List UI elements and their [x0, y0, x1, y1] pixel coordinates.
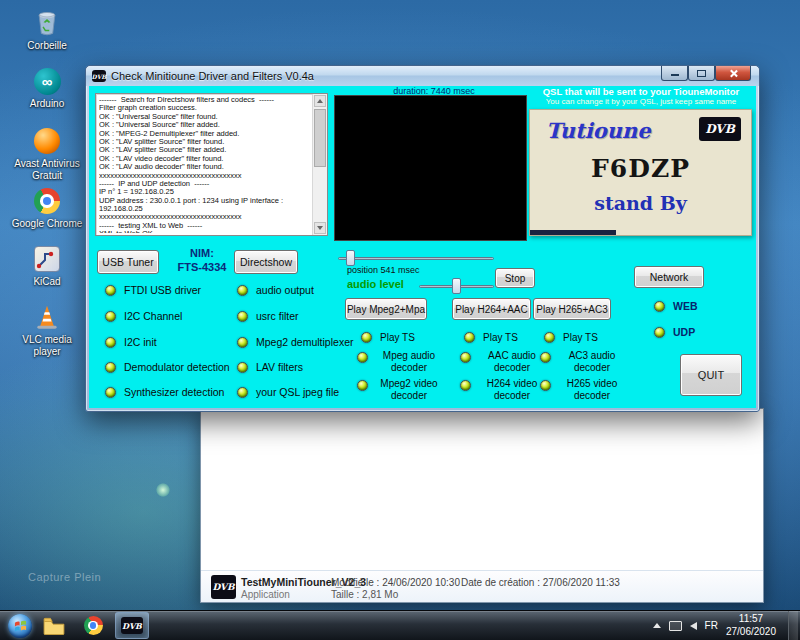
led-label: Mpeg2 demultiplexer	[256, 336, 353, 348]
dvb-file-icon: DVB	[211, 575, 236, 599]
video-render-area	[334, 95, 527, 241]
start-button[interactable]	[8, 614, 32, 638]
status-led	[540, 380, 551, 391]
led-label: Play TS	[380, 332, 415, 343]
led-label: your QSL jpeg file	[256, 386, 339, 398]
minimize-icon	[671, 74, 679, 76]
recycle-bin-icon	[32, 8, 62, 38]
status-led	[460, 352, 471, 363]
scroll-up-button[interactable]	[314, 95, 326, 107]
status-led	[237, 337, 248, 348]
status-led	[464, 332, 475, 343]
play-h265-button[interactable]: Play H265+AC3	[533, 298, 611, 320]
play-mpeg2-button[interactable]: Play Mpeg2+Mpa	[345, 298, 427, 320]
taskbar-chrome-button[interactable]	[76, 612, 110, 639]
led-label: I2C init	[124, 336, 157, 348]
led-label: Synthesizer detection	[124, 386, 224, 398]
desktop-icon-label: KiCad	[8, 276, 86, 288]
taskbar-minitioune-button[interactable]: DVB	[115, 612, 149, 639]
led-row-mpeg2-demultiplexer: Mpeg2 demultiplexer	[237, 336, 353, 348]
led-label: LAV filters	[256, 361, 303, 373]
volume-tray-icon[interactable]	[690, 622, 697, 630]
position-slider[interactable]	[338, 250, 494, 266]
log-box[interactable]: ------- Search for Directshow filters an…	[95, 93, 328, 236]
status-led	[105, 337, 116, 348]
taskbar-explorer-button[interactable]	[37, 612, 71, 639]
status-led	[460, 380, 471, 391]
status-led	[105, 311, 116, 322]
title-bar[interactable]: DVB Check Minitioune Driver and Filters …	[86, 66, 759, 86]
stop-button[interactable]: Stop	[495, 268, 535, 288]
network-button[interactable]: Network	[634, 266, 704, 288]
chrome-icon	[84, 616, 103, 635]
position-slider-groove[interactable]	[338, 257, 494, 260]
led-row-audio-output: audio output	[237, 284, 314, 296]
desktop-icon-avast[interactable]: Avast Antivirus Gratuit	[8, 126, 86, 181]
position-slider-thumb[interactable]	[346, 250, 355, 266]
led-row-udp: UDP	[654, 326, 695, 338]
status-led	[237, 387, 248, 398]
audio-level-slider[interactable]	[419, 278, 494, 294]
led-row-qsl-jpeg-file: your QSL jpeg file	[237, 386, 339, 398]
desktop-icon-arduino[interactable]: ∞ Arduino	[8, 66, 86, 110]
decoder-label: AAC audio decoder	[477, 350, 547, 373]
led-label: audio output	[256, 284, 314, 296]
file-type: Application	[241, 589, 290, 600]
app-client-area: ------- Search for Directshow filters an…	[89, 86, 756, 408]
nim-line1: NIM:	[161, 247, 243, 261]
kicad-icon	[32, 244, 62, 274]
led-label: Play TS	[483, 332, 518, 343]
tutioune-brand: Tutioune	[546, 118, 651, 143]
status-led	[105, 362, 116, 373]
status-led	[544, 332, 555, 343]
maximize-button[interactable]	[688, 66, 715, 81]
led-row-i2c-init: I2C init	[105, 336, 157, 348]
show-desktop-button[interactable]	[788, 611, 798, 640]
desktop-icon-recycle-bin[interactable]: Corbeille	[8, 8, 86, 52]
taskbar-clock[interactable]: 11:57 27/06/2020	[726, 613, 776, 638]
close-button[interactable]	[715, 66, 751, 81]
language-indicator[interactable]: FR	[705, 620, 718, 631]
dvb-app-icon: DVB	[121, 617, 143, 634]
led-row-web: WEB	[654, 300, 698, 312]
qsl-header: QSL that will be sent to your TiouneMoni…	[527, 86, 755, 97]
led-label: WEB	[673, 300, 698, 312]
minimize-button[interactable]	[661, 66, 688, 81]
qsl-subheader: You can change it by your QSL, just keep…	[527, 97, 755, 106]
led-row-lav-filters: LAV filters	[237, 361, 303, 373]
audio-slider-thumb[interactable]	[452, 278, 461, 294]
desktop-icon-kicad[interactable]: KiCad	[8, 244, 86, 288]
quit-button[interactable]: QUIT	[680, 354, 742, 396]
hidden-icons-button[interactable]	[653, 623, 661, 628]
decoder-mpeg2-video: Mpeg2 video decoder	[357, 378, 444, 401]
led-row-play-ts-h264: Play TS	[464, 332, 518, 343]
arrow-up-icon	[317, 99, 323, 103]
status-led	[105, 387, 116, 398]
decoder-ac3-audio: AC3 audio decoder	[540, 350, 627, 373]
directshow-button[interactable]: Directshow	[234, 250, 298, 274]
led-label: usrc filter	[256, 310, 299, 322]
decoder-h265-video: H265 video decoder	[540, 378, 627, 401]
app-icon: DVB	[92, 70, 106, 82]
decoder-label: H265 video decoder	[557, 378, 627, 401]
play-h264-button[interactable]: Play H264+AAC	[452, 298, 531, 320]
desktop-icon-vlc[interactable]: VLC media player	[8, 302, 86, 357]
status-led	[654, 327, 665, 338]
vlc-icon	[32, 302, 62, 332]
clock-time: 11:57	[726, 613, 776, 626]
explorer-details-pane: DVB TestMyMiniTiouner_V2_3 Modifié le : …	[201, 570, 763, 602]
arrow-down-icon	[317, 226, 323, 230]
led-label: I2C Channel	[124, 310, 182, 322]
led-label: Demodulator detection	[124, 361, 230, 373]
status-led	[357, 380, 368, 391]
network-tray-icon[interactable]	[669, 621, 682, 631]
clock-date: 27/06/2020	[726, 626, 776, 639]
log-scrollbar[interactable]	[312, 94, 327, 235]
desktop-icon-chrome[interactable]: Google Chrome	[8, 186, 86, 230]
status-led	[654, 301, 665, 312]
scrollbar-thumb[interactable]	[314, 109, 326, 167]
qsl-callsign: F6DZP	[530, 154, 751, 183]
scroll-down-button[interactable]	[314, 222, 326, 234]
audio-level-label: audio level	[347, 278, 404, 290]
usb-tuner-button[interactable]: USB Tuner	[97, 250, 159, 274]
